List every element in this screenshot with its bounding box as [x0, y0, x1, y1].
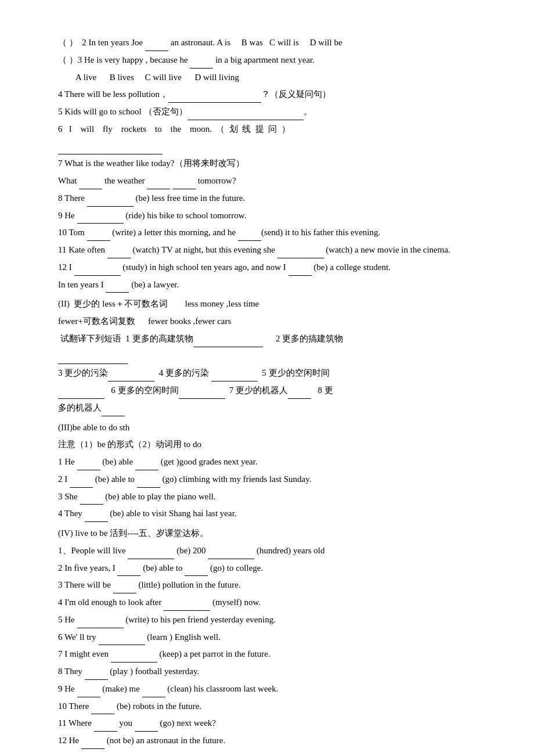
section-ii-title: (II) 更少的 less＋不可数名词 less money ,less tim…: [58, 296, 488, 312]
section-iv-title: (IV) live to be 活到----五、岁课堂达标。: [58, 525, 488, 542]
question-3-options: A live B lives C will live D will living: [58, 70, 488, 86]
blank-iv-7: [111, 654, 157, 663]
blank-11-1: [107, 250, 131, 258]
blank-t1: [193, 339, 263, 347]
blank-t6: [179, 390, 225, 399]
iv-q10: 10 There (be) robots in the future.: [58, 699, 488, 715]
iv-q3: 3 There will be (little) pollution in th…: [58, 577, 488, 593]
question-11: 11 Kate often (watch) TV at night, but t…: [58, 242, 488, 258]
question-5: 5 Kids will go to school （否定句）。: [58, 104, 488, 120]
blank-iv-3: [113, 585, 136, 593]
iii-q4: 4 They (be) able to visit Shang hai last…: [58, 506, 488, 522]
blank-6-1: [58, 146, 163, 154]
blank-iv-1b: [208, 550, 254, 559]
blank-iv-9b: [142, 689, 165, 697]
blank-8-1: [87, 198, 134, 207]
question-6b: [58, 139, 488, 155]
blank-iii-4: [85, 513, 108, 522]
section-ii-translate-blank2: [58, 348, 488, 365]
blank-12-2: [288, 267, 312, 276]
blank-iv-6: [99, 636, 145, 645]
blank-7-2: [147, 181, 170, 189]
question-3: （ ）3 He is very happy , because he in a …: [58, 52, 488, 69]
question-6a: 6 I will fly rockets to the moon. （ 划 线 …: [58, 121, 488, 138]
blank-7-3: [172, 181, 196, 189]
question-13: In ten years I (be) a lawyer.: [58, 277, 488, 293]
blank-t7: [288, 390, 311, 399]
iv-q2: 2 In five years, I (be) able to (go) to …: [58, 560, 488, 577]
section-iii-note: 注意（1）be 的形式（2）动词用 to do: [58, 437, 488, 453]
blank-4-1: [168, 94, 261, 103]
blank-11-2: [277, 250, 324, 258]
blank-t4: [211, 373, 258, 381]
question-2: （ ） 2 In ten years Joe an astronaut. A i…: [58, 35, 488, 51]
blank-iv-10: [91, 705, 114, 714]
iv-q7: 7 I might even (keep) a pet parrot in th…: [58, 646, 488, 663]
iv-q5: 5 He (write) to his pen friend yesterday…: [58, 612, 488, 628]
blank-10-2: [238, 232, 261, 241]
iii-q2: 2 I (be) able to (go) climbing with my f…: [58, 471, 488, 488]
question-8: 8 There (be) less free time in the futur…: [58, 190, 488, 207]
blank-iii-3: [80, 496, 103, 505]
blank-7-1: [79, 181, 102, 189]
blank-13-1: [106, 284, 129, 293]
blank-iv-2b: [185, 567, 208, 576]
blank-9-1: [77, 215, 124, 224]
section-ii-translate-header: 试翻译下列短语 1 更多的高建筑物 2 更多的搞建筑物: [58, 331, 488, 347]
iii-q1: 1 He (be) able (get )good grades next ye…: [58, 454, 488, 470]
blank-iii-2a: [70, 479, 93, 488]
blank-5-1: [187, 111, 304, 120]
blank-2-1: [145, 42, 168, 51]
blank-iii-1a: [77, 462, 100, 470]
iv-q12: 12 He (not be) an astronaut in the futur…: [58, 733, 488, 749]
iv-q1: 1、People will live (be) 200 (hundred) ye…: [58, 543, 488, 559]
blank-12-1: [74, 267, 121, 276]
blank-10-1: [87, 232, 110, 241]
blank-iv-5: [77, 620, 124, 628]
iv-q4: 4 I'm old enough to look after (myself) …: [58, 595, 488, 611]
iv-q8: 8 They (play ) football yesterday.: [58, 664, 488, 680]
question-9: 9 He (ride) his bike to school tomorrow.: [58, 208, 488, 224]
question-12: 12 I (study) in high school ten years ag…: [58, 260, 488, 276]
section-ii-6-8: 6 更多的空闲时间 7 更少的机器人 8 更: [58, 383, 488, 399]
blank-iii-1b: [135, 462, 158, 470]
blank-iv-2a: [117, 567, 140, 576]
worksheet: （ ） 2 In ten years Joe an astronaut. A i…: [58, 35, 488, 749]
blank-t2: [58, 355, 128, 364]
question-7-header: 7 What is the weather like today?（用将来时改写…: [58, 156, 488, 172]
blank-iii-2b: [137, 479, 160, 488]
iii-q3: 3 She (be) able to play the piano well.: [58, 489, 488, 505]
iv-q9: 9 He (make) me (clean) his classroom las…: [58, 681, 488, 697]
question-7-answer: What the weather tomorrow?: [58, 173, 488, 189]
blank-t8: [102, 408, 125, 416]
blank-iv-1a: [128, 550, 174, 559]
section-ii-8cont: 多的机器人: [58, 400, 488, 416]
blank-iv-9a: [77, 689, 100, 697]
blank-iv-11a: [94, 723, 117, 732]
question-10: 10 Tom (write) a letter this morning, an…: [58, 225, 488, 241]
blank-iv-11b: [135, 723, 158, 732]
section-ii-3-5: 3 更少的污染 4 更多的污染 5 更少的空闲时间: [58, 365, 488, 381]
section-ii-fewer: fewer+可数名词复数 fewer books ,fewer cars: [58, 314, 488, 330]
iv-q6: 6 We' ll try (learn ) English well.: [58, 629, 488, 646]
blank-iv-8: [85, 671, 108, 680]
blank-t3: [108, 373, 154, 381]
question-4: 4 There will be less pollution，？（反义疑问句）: [58, 87, 488, 103]
iv-q11: 11 Where you (go) next week?: [58, 715, 488, 732]
section-iii-title: (III)be able to do sth: [58, 420, 488, 436]
blank-3-1: [190, 60, 213, 69]
blank-iv-4: [164, 602, 210, 611]
blank-t5: [58, 390, 104, 399]
blank-iv-12: [81, 740, 104, 749]
